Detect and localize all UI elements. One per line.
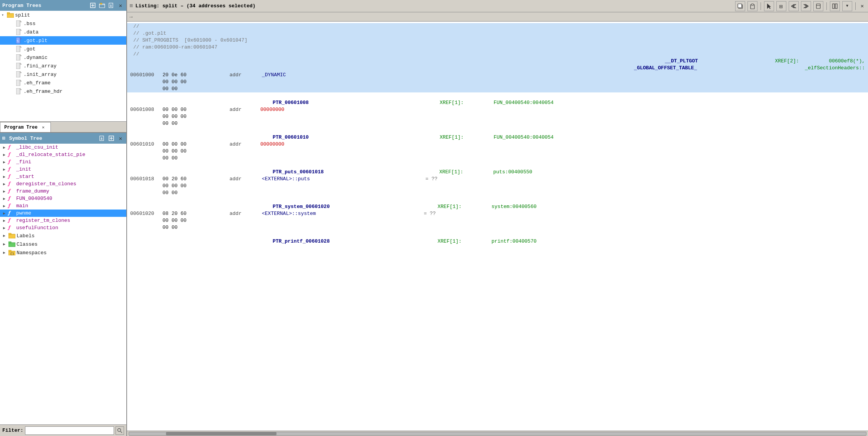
listing-blank-3 (127, 162, 868, 169)
svg-line-30 (121, 431, 122, 433)
listing-close-button[interactable]: ✕ (859, 3, 866, 10)
svg-rect-27 (8, 250, 11, 252)
nav-arrow-icon[interactable]: → (129, 14, 132, 20)
program-trees-panel: Program Trees ✕ ▾ (0, 0, 126, 133)
svg-rect-25 (8, 241, 11, 243)
program-tree-tab[interactable]: Program Tree ✕ (0, 122, 51, 132)
listing-content[interactable]: // // .got.plt // SHT_PROGBITS [0x601000… (127, 22, 868, 431)
new-program-tree-icon[interactable] (89, 2, 96, 9)
sym-item-frame-dummy[interactable]: ▶ 𝒇 frame_dummy (0, 188, 126, 195)
sym-item-deregister[interactable]: ▶ 𝒇 deregister_tm_clones (0, 180, 126, 188)
listing-hex-00601020-3: 00 00 (127, 224, 868, 231)
symbol-tree-grid-icon: ⊞ (2, 135, 5, 141)
symbol-tree-new-icon[interactable] (108, 135, 115, 142)
tree-item-data[interactable]: .data (0, 28, 126, 36)
svg-rect-9 (16, 29, 20, 35)
layout-dropdown-button[interactable]: ▼ (842, 1, 852, 11)
svg-rect-47 (833, 4, 834, 8)
listing-label-ptr-puts-00601018: PTR_puts_00601018 XREF[1]: puts:00400550 (127, 169, 868, 176)
listing-blank-5 (127, 231, 868, 238)
goto-button[interactable]: ⊞ (776, 1, 786, 11)
symbol-tree-scroll[interactable]: ▶ 𝒇 _libc_csu_init ▶ 𝒇 _dl_relocate_stat… (0, 144, 126, 424)
sym-item-pwnme[interactable]: ▶ 𝒇 pwnme (0, 210, 126, 217)
filter-bar: Filter: (0, 424, 126, 436)
svg-text:✎: ✎ (17, 40, 19, 42)
file-icon-got-plt: ✎ (15, 37, 22, 44)
hex-2a: 00 00 00 (163, 106, 197, 113)
chevron-right-icon: ▶ (3, 174, 8, 179)
listing-hex-00601010-3: 00 00 (127, 155, 868, 162)
tree-item-dynamic[interactable]: .dynamic (0, 53, 126, 62)
func-icon: 𝒇 (8, 203, 15, 209)
tree-item-split[interactable]: ▾ split (0, 11, 126, 19)
program-tree-tab-close[interactable]: ✕ (40, 124, 47, 131)
paste-listing-button[interactable] (747, 1, 757, 11)
back-button[interactable] (789, 1, 799, 11)
hex-3c: 00 00 (163, 155, 197, 162)
open-program-tree-icon[interactable] (99, 2, 106, 9)
dropdown-arrow-icon: ▼ (846, 4, 848, 8)
tree-item-init-array[interactable]: .init_array (0, 70, 126, 79)
svg-rect-32 (738, 4, 742, 8)
symbol-tree-export-icon[interactable] (99, 135, 106, 142)
file-icon-eh-frame-hdr (15, 88, 22, 95)
svg-rect-34 (751, 4, 754, 5)
sym-item-fun00400540[interactable]: ▶ 𝒇 FUN_00400540 (0, 195, 126, 202)
tree-item-eh-frame[interactable]: .eh_frame (0, 79, 126, 87)
op-1: _DYNAMIC (262, 72, 286, 79)
sym-ptr-00601010: PTR_00601010 (273, 134, 309, 141)
tree-item-got-plt-label: .got.plt (23, 38, 47, 44)
chevron-right-icon: ▶ (3, 211, 8, 216)
filter-input[interactable] (25, 426, 114, 435)
listing-blank-1 (127, 92, 868, 99)
addr-00601000: 00601000 (130, 72, 161, 79)
scrollbar-thumb[interactable] (166, 432, 276, 435)
tree-item-bss[interactable]: .bss (0, 19, 126, 28)
listing-label-ptr-00601008: PTR_00601008 XREF[1]: FUN_00400540:00400… (127, 99, 868, 106)
sym-global-offset: _GLOBAL_OFFSET_TABLE_ (634, 65, 697, 72)
forward-button[interactable] (801, 1, 811, 11)
tree-item-eh-frame-hdr[interactable]: .eh_frame_hdr (0, 87, 126, 96)
horizontal-scrollbar[interactable] (129, 432, 866, 436)
sym-item-dl-relocate[interactable]: ▶ 𝒇 _dl_relocate_static_pie (0, 151, 126, 158)
tree-item-fini-array[interactable]: .fini_array (0, 62, 126, 70)
hex-1a: 20 0e 60 (163, 72, 197, 79)
sym-folder-labels[interactable]: ▶ Labels (0, 231, 126, 240)
tree-item-got-plt[interactable]: ✎ .got.plt (0, 36, 126, 45)
listing-hex-00601020-2: 00 00 00 (127, 217, 868, 224)
copy-listing-button[interactable] (735, 1, 745, 11)
sym-item-libc-csu-init[interactable]: ▶ 𝒇 _libc_csu_init (0, 144, 126, 151)
eq-5: = ?? (424, 210, 436, 217)
sym-item-main[interactable]: ▶ 𝒇 main (0, 202, 126, 210)
sym-item-label: frame_dummy (16, 188, 49, 194)
program-trees-close-button[interactable]: ✕ (117, 2, 124, 9)
svg-rect-48 (835, 4, 837, 8)
sym-item-useful-function[interactable]: ▶ 𝒇 usefulFunction (0, 224, 126, 231)
sym-item-init[interactable]: ▶ 𝒇 _init (0, 166, 126, 173)
chevron-right-icon: ▶ (3, 153, 8, 157)
export-program-tree-icon[interactable] (108, 2, 115, 9)
listing-addr-00601018: 00601018 00 20 60 addr <EXTERNAL>::puts … (127, 176, 868, 183)
xref-label-3: XREF[1]: (440, 134, 486, 141)
cursor-tracking-button[interactable] (764, 1, 774, 11)
sym-item-register-tm[interactable]: ▶ 𝒇 register_tm_clones (0, 217, 126, 224)
toolbar-sep-2 (826, 2, 827, 10)
program-trees-scroll[interactable]: ▾ split .bss (0, 11, 126, 121)
listing-panel: ≡ Listing: split – (34 addresses selecte… (127, 0, 868, 436)
comment-text-2: // .got.plt (133, 30, 166, 37)
xref-label-4: XREF[1]: (439, 169, 486, 176)
sym-item-start[interactable]: ▶ 𝒇 _start (0, 173, 126, 180)
symbol-tree-title: Symbol Tree (9, 136, 96, 141)
tree-item-got[interactable]: .got (0, 45, 126, 53)
bookmark-button[interactable] (813, 1, 823, 11)
filter-search-button[interactable] (116, 426, 124, 435)
func-icon: 𝒇 (8, 225, 15, 231)
symbol-tree-close-button[interactable]: ✕ (117, 135, 124, 142)
sym-folder-namespaces[interactable]: ▶ {} Namespaces (0, 248, 126, 257)
sym-folder-classes[interactable]: ▶ Classes (0, 240, 126, 248)
listing-hex-00601018-2: 00 00 00 (127, 183, 868, 189)
sym-item-fini[interactable]: ▶ 𝒇 _fini (0, 158, 126, 166)
layout-button[interactable] (830, 1, 840, 11)
xref-label-6: XREF[1]: (437, 238, 484, 245)
listing-titlebar: ≡ Listing: split – (34 addresses selecte… (127, 0, 868, 12)
